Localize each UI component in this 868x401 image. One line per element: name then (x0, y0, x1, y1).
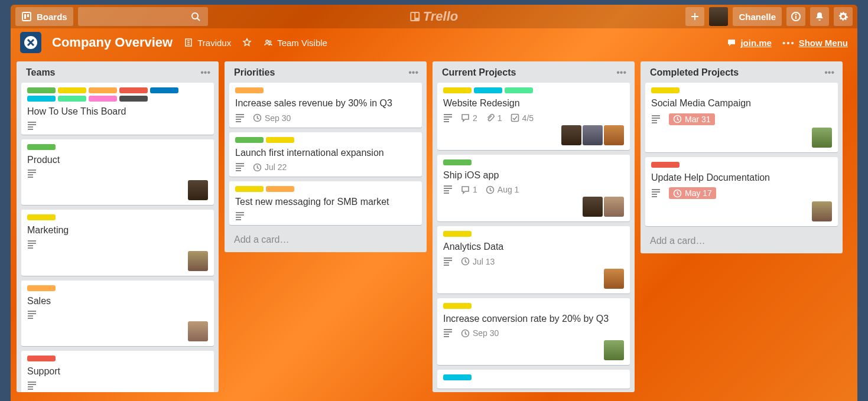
card[interactable] (437, 370, 630, 389)
search-input[interactable] (78, 7, 208, 26)
label-green[interactable] (27, 87, 56, 93)
member-avatar[interactable] (583, 125, 603, 145)
trello-logo[interactable]: Trello (410, 9, 459, 24)
search-icon (190, 11, 201, 22)
member-avatar[interactable] (604, 125, 624, 145)
member-avatar[interactable] (604, 340, 624, 360)
label-yellow[interactable] (235, 186, 264, 192)
card[interactable]: Social Media Campaign Mar 31 (645, 83, 838, 152)
card[interactable]: Analytics Data Jul 13 (437, 226, 630, 294)
powerup-link[interactable]: join.me (726, 37, 772, 48)
svg-rect-2 (27, 14, 29, 17)
settings-button[interactable] (834, 7, 853, 26)
card[interactable]: Website Redesign 2 1 4/5 (437, 83, 630, 150)
label-red[interactable] (27, 356, 56, 361)
bell-icon (814, 11, 825, 22)
card[interactable]: Support (21, 351, 214, 392)
star-button[interactable] (242, 37, 252, 48)
notifications-button[interactable] (810, 7, 829, 26)
card-title: Product (27, 154, 208, 167)
label-blue[interactable] (150, 87, 178, 93)
card[interactable]: Marketing (21, 210, 214, 276)
member-avatar[interactable] (812, 128, 832, 148)
card[interactable]: Ship iOS app 1 Aug 1 (437, 155, 630, 222)
label-teal[interactable] (27, 96, 56, 102)
visibility-label: Team Visible (277, 38, 327, 48)
member-avatar[interactable] (604, 269, 624, 289)
label-orange[interactable] (235, 87, 264, 93)
svg-rect-14 (511, 115, 518, 122)
label-orange[interactable] (266, 186, 294, 192)
user-menu[interactable]: Chanelle (733, 7, 782, 26)
card[interactable]: Increase sales revenue by 30% in Q3 Sep … (229, 83, 422, 128)
list-title[interactable]: Completed Projects (650, 67, 739, 78)
label-orange[interactable] (89, 87, 117, 93)
label-yellow[interactable] (58, 87, 86, 93)
card[interactable]: Test new messaging for SMB market (229, 181, 422, 225)
member-avatar[interactable] (188, 180, 208, 200)
boards-button[interactable]: Boards (15, 7, 73, 26)
org-link[interactable]: Travidux (183, 37, 231, 48)
label-red[interactable] (119, 87, 148, 93)
add-button[interactable] (685, 7, 704, 26)
card-title: Update Help Documentation (651, 171, 832, 184)
label-red[interactable] (651, 162, 680, 168)
member-avatar[interactable] (812, 201, 832, 221)
member-avatar[interactable] (561, 125, 581, 145)
label-yellow[interactable] (443, 231, 472, 237)
add-card-button[interactable]: Add a card… (229, 230, 422, 246)
user-avatar[interactable] (709, 7, 728, 26)
add-card-button[interactable]: Add a card… (645, 231, 838, 247)
member-avatar[interactable] (188, 251, 208, 271)
card[interactable]: Sales (21, 281, 214, 347)
list-title[interactable]: Teams (26, 67, 56, 78)
svg-point-10 (266, 40, 268, 43)
label-teal[interactable] (474, 87, 502, 93)
card-members (27, 321, 208, 341)
card-labels (235, 137, 416, 143)
label-orange[interactable] (27, 285, 56, 291)
info-button[interactable] (786, 7, 805, 26)
description-icon (443, 185, 453, 194)
label-yellow[interactable] (443, 87, 472, 93)
card[interactable]: Launch first international expansion Jul… (229, 132, 422, 177)
list-menu-icon[interactable]: ••• (408, 67, 418, 78)
card-labels (443, 231, 624, 237)
visibility-button[interactable]: Team Visible (263, 37, 327, 48)
card[interactable]: Increase conversion rate by 20% by Q3 Se… (437, 298, 630, 366)
show-menu-button[interactable]: ••• Show Menu (782, 38, 848, 48)
label-yellow[interactable] (27, 214, 56, 220)
list-title[interactable]: Current Projects (442, 67, 516, 78)
label-teal[interactable] (443, 374, 472, 380)
list-menu-icon[interactable]: ••• (616, 67, 626, 78)
label-green[interactable] (235, 137, 264, 143)
team-icon (263, 37, 274, 48)
card-labels (651, 87, 832, 93)
list-menu-icon[interactable]: ••• (824, 67, 834, 78)
label-yellow[interactable] (443, 303, 472, 309)
chat-icon (726, 37, 737, 48)
member-avatar[interactable] (604, 197, 624, 217)
label-yellow[interactable] (651, 87, 680, 93)
label-yellow[interactable] (266, 137, 294, 143)
board-title[interactable]: Company Overview (52, 35, 173, 50)
list-menu-icon[interactable]: ••• (200, 67, 210, 78)
trello-logo-text: Trello (423, 9, 459, 24)
label-mint[interactable] (505, 87, 533, 93)
due-date-badge: Sep 30 (461, 328, 499, 338)
label-green[interactable] (27, 144, 56, 150)
label-pink[interactable] (89, 96, 117, 102)
member-avatar[interactable] (188, 321, 208, 341)
card[interactable]: How To Use This Board (21, 83, 214, 135)
label-green[interactable] (443, 159, 472, 165)
card[interactable]: Update Help Documentation May 17 (645, 157, 838, 227)
list-title[interactable]: Priorities (234, 67, 275, 78)
label-mint[interactable] (58, 96, 86, 102)
powerup-label: join.me (740, 38, 772, 48)
due-date-badge: May 17 (669, 187, 716, 199)
label-dark[interactable] (119, 96, 148, 102)
member-avatar[interactable] (583, 197, 603, 217)
card-members (27, 251, 208, 271)
card[interactable]: Product (21, 139, 214, 206)
comments-badge: 2 (461, 113, 477, 123)
